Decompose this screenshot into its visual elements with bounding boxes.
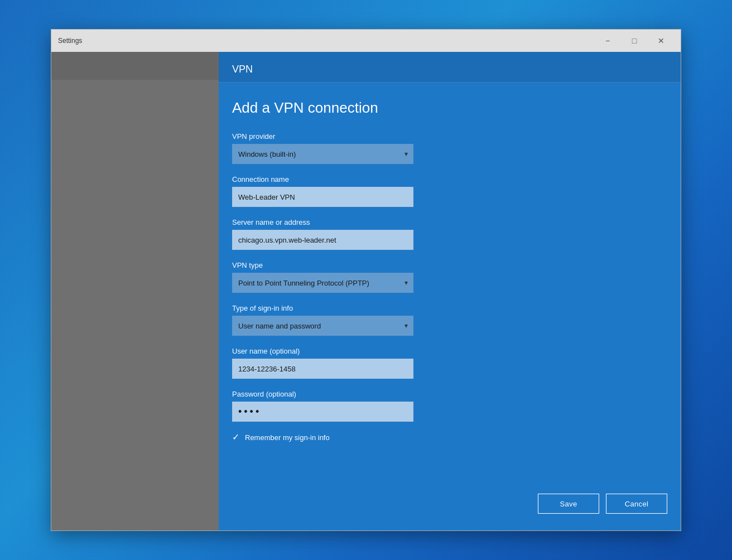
- sidebar-footer: [51, 497, 219, 530]
- vpn-type-select[interactable]: Point to Point Tunneling Protocol (PPTP): [232, 273, 413, 293]
- vpn-section-header: VPN: [219, 52, 681, 83]
- password-group: Password (optional): [232, 390, 667, 422]
- window-body: VPN Add a VPN connection VPN provider Wi…: [51, 52, 681, 530]
- page-title: Add a VPN connection: [232, 99, 667, 117]
- signin-type-wrapper: User name and password ▾: [232, 316, 413, 336]
- sidebar: [51, 52, 219, 530]
- settings-window: Settings − □ ✕ VPN: [51, 29, 681, 531]
- minimize-icon: −: [605, 36, 610, 45]
- password-input[interactable]: [232, 402, 413, 422]
- vpn-provider-wrapper: Windows (built-in) ▾: [232, 144, 413, 164]
- server-name-input[interactable]: [232, 230, 413, 250]
- close-icon: ✕: [658, 36, 664, 45]
- vpn-type-label: VPN type: [232, 261, 667, 269]
- signin-type-label: Type of sign-in info: [232, 304, 667, 312]
- vpn-label: VPN: [232, 64, 253, 75]
- vpn-provider-label: VPN provider: [232, 132, 667, 141]
- form-area: Add a VPN connection VPN provider Window…: [219, 83, 681, 482]
- window-title: Settings: [58, 37, 82, 45]
- save-button[interactable]: Save: [538, 494, 599, 514]
- connection-name-input[interactable]: [232, 187, 413, 207]
- password-label: Password (optional): [232, 390, 667, 398]
- vpn-provider-select[interactable]: Windows (built-in): [232, 144, 413, 164]
- remember-signin-checkmark: ✓: [232, 433, 239, 442]
- username-group: User name (optional): [232, 347, 667, 379]
- connection-name-label: Connection name: [232, 175, 667, 184]
- window-controls: − □ ✕: [595, 32, 674, 50]
- sidebar-header: [51, 52, 219, 80]
- main-content: VPN Add a VPN connection VPN provider Wi…: [219, 52, 681, 530]
- titlebar: Settings − □ ✕: [51, 30, 681, 52]
- signin-type-select[interactable]: User name and password: [232, 316, 413, 336]
- vpn-type-wrapper: Point to Point Tunneling Protocol (PPTP)…: [232, 273, 413, 293]
- username-label: User name (optional): [232, 347, 667, 355]
- username-input[interactable]: [232, 359, 413, 379]
- cancel-button[interactable]: Cancel: [606, 494, 667, 514]
- server-name-label: Server name or address: [232, 218, 667, 226]
- sidebar-content: [51, 80, 219, 497]
- vpn-type-group: VPN type Point to Point Tunneling Protoc…: [232, 261, 667, 293]
- remember-signin-row: ✓ Remember my sign-in info: [232, 433, 667, 442]
- vpn-provider-group: VPN provider Windows (built-in) ▾: [232, 132, 667, 164]
- button-row: Save Cancel: [219, 482, 681, 530]
- minimize-button[interactable]: −: [595, 32, 620, 50]
- remember-signin-label: Remember my sign-in info: [245, 433, 330, 442]
- maximize-button[interactable]: □: [622, 32, 647, 50]
- maximize-icon: □: [632, 36, 637, 45]
- connection-name-group: Connection name: [232, 175, 667, 207]
- close-button[interactable]: ✕: [648, 32, 674, 50]
- signin-type-group: Type of sign-in info User name and passw…: [232, 304, 667, 336]
- server-name-group: Server name or address: [232, 218, 667, 250]
